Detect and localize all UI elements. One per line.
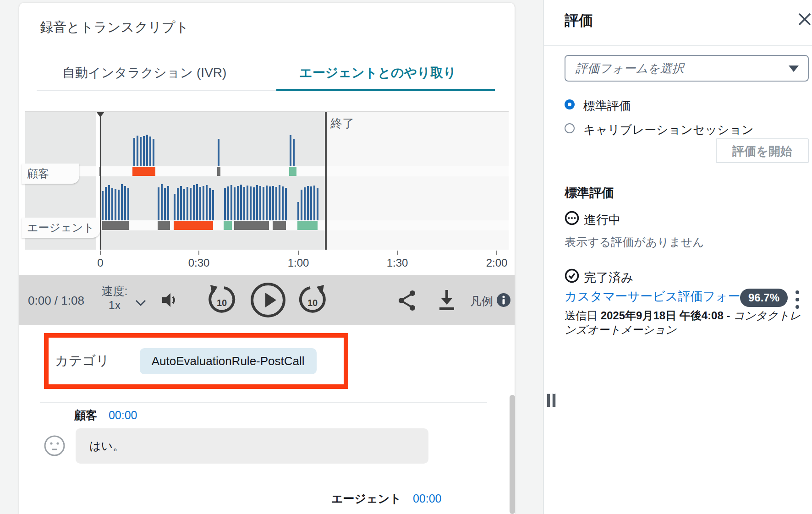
elapsed-time: 0:00 / 1:08 — [28, 294, 84, 308]
waveform-chart[interactable]: 終了 顧客 エージェント — [25, 111, 509, 250]
svg-text:10: 10 — [307, 298, 318, 308]
tab-ivr[interactable]: 自動インタラクション (IVR) — [62, 64, 226, 82]
playhead-line[interactable] — [100, 112, 101, 250]
select-placeholder: 評価フォームを選択 — [576, 56, 684, 81]
evaluation-form-select[interactable]: 評価フォームを選択 — [565, 55, 809, 82]
neutral-sentiment-face-icon — [44, 435, 66, 457]
completed-check-icon — [565, 268, 579, 283]
end-marker-label: 終了 — [330, 115, 354, 131]
submitted-prefix: 送信日 — [565, 309, 598, 322]
agent-message-header: エージェント 00:00 — [331, 491, 441, 506]
tab-agent-interaction[interactable]: エージェントとのやり取り — [299, 64, 456, 82]
playback-speed[interactable]: 速度: 1x — [93, 284, 137, 312]
play-button[interactable] — [251, 283, 285, 317]
transcript-scrollbar[interactable] — [510, 395, 515, 514]
radio-standard-label[interactable]: 標準評価 — [583, 98, 631, 114]
panel-title: 評価 — [565, 11, 593, 30]
playhead-marker-icon[interactable] — [96, 112, 104, 117]
share-icon[interactable] — [398, 290, 417, 311]
info-icon[interactable] — [496, 293, 511, 307]
completed-label: 完了済み — [584, 269, 634, 286]
download-icon[interactable] — [438, 289, 456, 311]
radio-calibration-label[interactable]: キャリブレーションセッション — [583, 122, 754, 138]
rewind-10-icon[interactable]: 10 — [206, 284, 238, 316]
radio-standard-evaluation[interactable] — [565, 99, 575, 109]
no-evaluations-text: 表示する評価がありません — [565, 235, 704, 250]
submission-info: 送信日 2025年9月18日 午後4:08 - コンタクトレンズオートメーション — [565, 308, 811, 337]
customer-message-bubble: はい。 — [76, 428, 428, 464]
svg-text:10: 10 — [217, 298, 227, 308]
submitted-date: 2025年9月18日 午後4:08 — [601, 309, 724, 322]
panel-divider — [544, 45, 812, 46]
player-bar: 0:00 / 1:08 速度: 1x 10 10 凡例 — [19, 275, 515, 325]
transcript-divider — [40, 402, 487, 403]
radio-calibration-session[interactable] — [565, 123, 575, 133]
agent-speaker-label: エージェント — [331, 492, 401, 505]
track-label-agent: エージェント — [22, 218, 100, 238]
timeline-axis[interactable]: 00:301:001:302:00 — [25, 250, 509, 275]
score-badge: 96.7% — [740, 289, 788, 307]
close-icon[interactable] — [797, 12, 812, 27]
in-progress-label: 進行中 — [584, 212, 621, 228]
customer-timestamp-link[interactable]: 00:00 — [109, 409, 137, 421]
evaluation-form-link[interactable]: カスタマーサービス評価フォーム — [565, 288, 753, 305]
end-marker-line — [325, 112, 327, 250]
volume-icon[interactable] — [161, 292, 180, 308]
agent-timestamp-link[interactable]: 00:00 — [413, 492, 442, 505]
active-tab-underline — [276, 89, 495, 91]
recording-transcript-card: 録音とトランスクリプト 自動インタラクション (IVR) エージェントとのやり取… — [19, 3, 515, 514]
evaluation-panel: 評価 評価フォームを選択 標準評価 キャリブレーションセッション 評価を開始 標… — [543, 0, 812, 514]
panel-resize-handle[interactable] — [547, 394, 556, 407]
category-label: カテゴリ — [55, 352, 110, 370]
category-tag[interactable]: AutoEvaluationRule-PostCall — [140, 348, 317, 374]
caret-down-icon — [789, 66, 799, 72]
legend-label[interactable]: 凡例 — [470, 294, 493, 309]
card-title: 録音とトランスクリプト — [40, 18, 189, 37]
kebab-menu-icon[interactable] — [795, 290, 800, 310]
in-progress-icon — [565, 211, 579, 225]
speed-label: 速度: — [93, 284, 137, 298]
submitted-separator: - — [726, 309, 730, 322]
play-icon — [265, 293, 276, 307]
speed-value: 1x — [93, 298, 137, 312]
annotation-red-box: カテゴリ AutoEvaluationRule-PostCall — [44, 333, 348, 389]
start-evaluation-button[interactable]: 評価を開始 — [716, 138, 809, 163]
forward-10-icon[interactable]: 10 — [296, 284, 329, 316]
customer-speaker-label: 顧客 — [74, 409, 97, 421]
standard-evaluation-heading: 標準評価 — [565, 185, 614, 201]
track-label-customer: 顧客 — [22, 164, 79, 184]
chevron-down-icon[interactable] — [135, 299, 147, 307]
customer-message-header: 顧客 00:00 — [74, 408, 137, 423]
